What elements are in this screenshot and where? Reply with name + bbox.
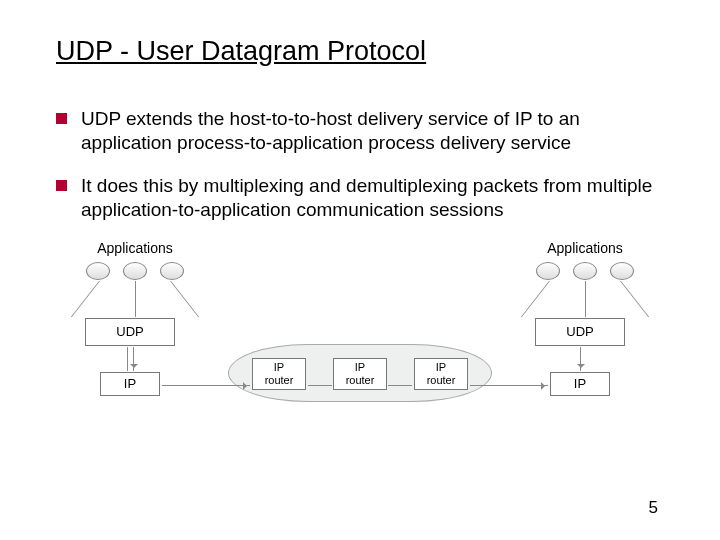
connector-line	[127, 347, 128, 371]
link-line	[308, 385, 332, 386]
ip-router-box: IP router	[333, 358, 387, 390]
applications-row	[80, 262, 190, 280]
slide: UDP - User Datagram Protocol UDP extends…	[0, 0, 720, 540]
link-line	[470, 385, 548, 386]
router-line2: router	[253, 374, 305, 387]
bullet-list: UDP extends the host-to-to-host delivery…	[56, 107, 664, 222]
bullet-marker-icon	[56, 113, 67, 124]
app-process-icon	[610, 262, 634, 280]
router-line1: IP	[334, 361, 386, 374]
router-line1: IP	[415, 361, 467, 374]
connector-line	[585, 281, 586, 317]
ip-router-box: IP router	[414, 358, 468, 390]
app-process-icon	[573, 262, 597, 280]
connector-line	[170, 281, 199, 317]
page-number: 5	[649, 498, 658, 518]
router-line2: router	[334, 374, 386, 387]
app-process-icon	[123, 262, 147, 280]
slide-title: UDP - User Datagram Protocol	[56, 36, 664, 67]
app-process-icon	[536, 262, 560, 280]
udp-box: UDP	[85, 318, 175, 346]
udp-diagram: Applications UDP IP Applications	[80, 240, 640, 406]
udp-box: UDP	[535, 318, 625, 346]
connector-line	[71, 281, 100, 317]
applications-label: Applications	[80, 240, 190, 256]
link-line	[388, 385, 412, 386]
ip-router-box: IP router	[252, 358, 306, 390]
ip-box: IP	[550, 372, 610, 396]
arrow-down-icon	[580, 347, 581, 371]
bullet-text: UDP extends the host-to-to-host delivery…	[81, 107, 664, 156]
arrow-down-icon	[133, 347, 134, 371]
app-process-icon	[160, 262, 184, 280]
app-process-icon	[86, 262, 110, 280]
connector-line	[135, 281, 136, 317]
bullet-marker-icon	[56, 180, 67, 191]
connector-line	[620, 281, 649, 317]
host-left: Applications UDP IP	[80, 240, 190, 406]
connector-line	[521, 281, 550, 317]
routers-row: IP router IP router IP router	[252, 358, 468, 390]
bullet-item: UDP extends the host-to-to-host delivery…	[56, 107, 664, 156]
router-line1: IP	[253, 361, 305, 374]
link-line	[162, 385, 250, 386]
bullet-text: It does this by multiplexing and demulti…	[81, 174, 664, 223]
applications-label: Applications	[530, 240, 640, 256]
applications-row	[530, 262, 640, 280]
ip-box: IP	[100, 372, 160, 396]
router-line2: router	[415, 374, 467, 387]
bullet-item: It does this by multiplexing and demulti…	[56, 174, 664, 223]
